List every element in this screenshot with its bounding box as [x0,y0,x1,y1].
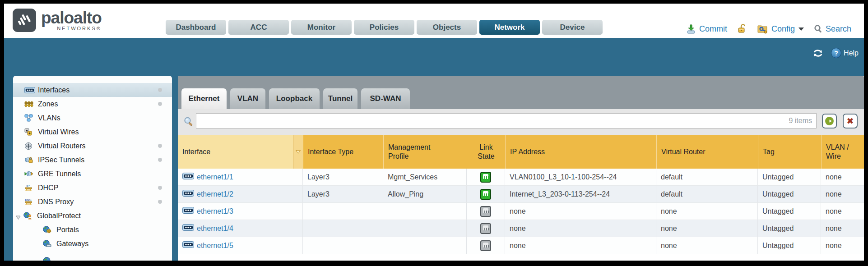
item-dot [158,158,162,162]
commit-button[interactable]: Commit [686,23,727,34]
sidebar-item-virtual-routers[interactable]: Virtual Routers [13,139,172,153]
ethernet-interface-icon [182,207,194,216]
sidebar-item-label: Gateways [56,240,88,248]
help-label: Help [844,49,859,57]
cell-virtual-router: none [656,237,758,254]
help-button[interactable]: ? Help [831,48,859,58]
sidebar-item-label: Virtual Routers [38,142,86,150]
sidebar-item-ipsec-tunnels[interactable]: IPSec Tunnels [13,153,172,167]
interface-link[interactable]: ethernet1/3 [197,207,233,216]
column-header-interface-type[interactable]: Interface Type [303,135,383,169]
interface-link[interactable]: ethernet1/4 [197,225,233,233]
sidebar-item-zones[interactable]: Zones [13,97,172,111]
cell-virtual-router: none [656,220,758,237]
tab-tunnel[interactable]: Tunnel [323,88,357,109]
table-row[interactable]: ethernet1/1 Layer3 Mgmt_Services VLAN010… [178,169,864,186]
svg-text:DNS: DNS [25,198,32,202]
item-dot [158,144,162,148]
column-header-management-profile[interactable]: Management Profile [383,135,467,169]
sidebar-item-portals[interactable]: Portals [13,223,172,237]
tab-ethernet[interactable]: Ethernet [181,88,227,109]
svg-text:♠: ♠ [28,131,31,135]
cell-interface-type: Layer3 [303,186,383,202]
table-row[interactable]: ethernet1/3 none none Untagged none [178,203,864,220]
clear-filter-button[interactable]: ✖ [843,114,858,128]
column-header-interface[interactable]: Interface [178,135,293,169]
interface-link[interactable]: ethernet1/5 [197,242,233,250]
item-dot [158,200,162,204]
cell-tag: Untagged [758,220,821,237]
config-menu-button[interactable]: Config [757,23,804,34]
green-arrow-icon [825,116,834,126]
network-sidebar: Interfaces Zones [13,76,172,261]
column-header-tag[interactable]: Tag [758,135,821,169]
sidebar-item-virtual-wires[interactable]: ♠ ♠ Virtual Wires [13,125,172,139]
cell-management-profile [383,237,467,254]
paloalto-logo-icon [12,8,37,32]
item-dot [158,186,162,190]
virtual-routers-icon [24,142,36,150]
tab-vlan[interactable]: VLAN [230,88,265,109]
sidebar-item-clipped [13,251,172,261]
sidebar-item-label: IPSec Tunnels [38,156,84,164]
interface-link[interactable]: ethernet1/1 [197,173,233,181]
sidebar-item-label: DNS Proxy [38,198,74,206]
filter-toolbar: 9 items ✖ [178,109,864,135]
tab-dashboard[interactable]: Dashboard [166,20,226,35]
expander-triangle-icon[interactable] [16,214,21,222]
logo-text: paloalto [41,9,102,27]
table-header: Interface Interface Type Management Prof… [178,135,864,169]
tab-objects[interactable]: Objects [417,20,477,35]
search-label: Search [826,24,851,34]
table-row[interactable]: ethernet1/2 Layer3 Allow_Ping Internet_L… [178,186,864,203]
tab-policies[interactable]: Policies [354,20,414,35]
column-header-link-state[interactable]: Link State [467,135,505,169]
paloalto-logo: paloalto NETWORKS® [12,8,102,32]
link-state-icon [480,240,491,251]
interface-link[interactable]: ethernet1/2 [197,190,233,198]
sidebar-item-label: Interfaces [38,86,70,94]
help-icon: ? [831,48,841,58]
column-header-virtual-router[interactable]: Virtual Router [656,135,758,169]
tab-loopback[interactable]: Loopback [269,88,320,109]
sidebar-item-vlans[interactable]: VLANs [13,111,172,125]
refresh-icon[interactable] [812,48,824,58]
lock-button[interactable] [737,24,747,34]
tab-device[interactable]: Device [542,20,603,35]
table-row[interactable]: ethernet1/4 none none Untagged none [178,220,864,237]
logo-subtext: NETWORKS® [57,26,102,31]
dns-proxy-icon: DNS [24,198,36,206]
column-header-vlan-wire[interactable]: VLAN / Wire [821,135,861,169]
sidebar-item-dns-proxy[interactable]: DNS DNS Proxy [13,195,172,209]
link-state-icon [480,189,491,200]
cell-interface-type [303,237,383,254]
filter-input[interactable] [196,114,789,128]
interface-tabs: Ethernet VLAN Loopback Tunnel SD-WAN [178,76,864,109]
search-button[interactable]: Search [814,24,851,34]
column-header-ip-address[interactable]: IP Address [505,135,656,169]
tab-network[interactable]: Network [479,20,540,35]
tab-acc[interactable]: ACC [228,20,289,35]
sidebar-item-gateways[interactable]: Gateways [13,237,172,251]
sidebar-item-label: Zones [38,100,58,108]
tab-monitor[interactable]: Monitor [291,20,352,35]
sidebar-item-gre-tunnels[interactable]: GRE Tunnels [13,167,172,181]
cell-tag: Untagged [758,237,821,254]
table-row[interactable]: ethernet1/5 none none Untagged none [178,237,864,254]
sidebar-item-label: Portals [56,226,79,234]
column-menu-button[interactable] [293,135,303,169]
item-dot [158,102,162,106]
sidebar-item-interfaces[interactable]: Interfaces [13,83,172,97]
cell-ip-address: none [505,203,656,220]
filter-field: 9 items [196,113,817,128]
sidebar-item-globalprotect[interactable]: GlobalProtect [13,209,172,223]
apply-filter-button[interactable] [822,114,837,128]
gateways-icon [43,240,55,248]
ethernet-interface-icon [182,190,194,198]
tab-sdwan[interactable]: SD-WAN [361,88,410,109]
cell-vlan-wire: none [821,220,861,237]
top-banner: paloalto NETWORKS® Dashboard ACC Monitor… [4,4,864,38]
lock-icon [737,24,747,34]
cell-virtual-router: default [656,186,758,202]
sidebar-item-dhcp[interactable]: IP DHCP [13,181,172,195]
